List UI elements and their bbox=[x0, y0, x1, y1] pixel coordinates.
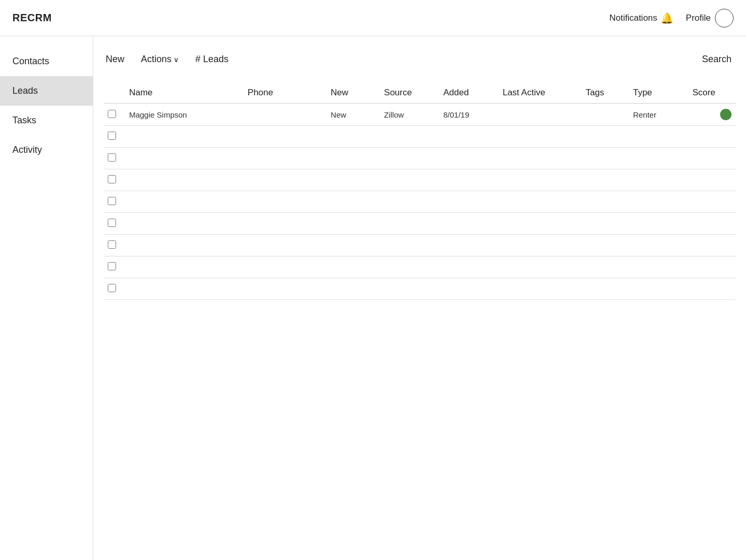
cell-name[interactable]: Maggie Simpson bbox=[125, 104, 243, 126]
cell-score bbox=[688, 104, 736, 126]
table-header-row: Name Phone New Source Added Last Active … bbox=[104, 82, 736, 104]
row-checkbox[interactable] bbox=[108, 240, 116, 249]
bell-icon: 🔔 bbox=[661, 12, 673, 24]
sidebar-item-leads[interactable]: Leads bbox=[0, 76, 93, 106]
cell-tags bbox=[581, 104, 629, 126]
profile-button[interactable]: Profile bbox=[686, 9, 734, 27]
table-row bbox=[104, 235, 736, 256]
table-row: Maggie Simpson New Zillow 8/01/19 Renter bbox=[104, 104, 736, 126]
header-new[interactable]: New bbox=[326, 82, 380, 104]
table-row bbox=[104, 148, 736, 169]
row-checkbox[interactable] bbox=[108, 284, 116, 292]
chevron-down-icon: ∨ bbox=[174, 55, 179, 64]
table-row bbox=[104, 256, 736, 278]
profile-label: Profile bbox=[686, 13, 711, 23]
actions-button[interactable]: Actions ∨ bbox=[133, 52, 187, 67]
header-source[interactable]: Source bbox=[380, 82, 439, 104]
header-type[interactable]: Type bbox=[629, 82, 688, 104]
header-score[interactable]: Score bbox=[688, 82, 736, 104]
header-phone[interactable]: Phone bbox=[243, 82, 326, 104]
table-row bbox=[104, 278, 736, 300]
row-checkbox[interactable] bbox=[108, 197, 116, 205]
leads-table: Name Phone New Source Added Last Active … bbox=[104, 82, 736, 300]
table-row bbox=[104, 126, 736, 148]
header-checkbox-col bbox=[104, 82, 125, 104]
sidebar: Contacts Leads Tasks Activity bbox=[0, 36, 93, 560]
cell-phone bbox=[243, 104, 326, 126]
row-checkbox[interactable] bbox=[108, 110, 116, 118]
score-dot bbox=[720, 109, 731, 120]
table-row bbox=[104, 191, 736, 213]
cell-new: New bbox=[326, 104, 380, 126]
header-name[interactable]: Name bbox=[125, 82, 243, 104]
row-checkbox[interactable] bbox=[108, 262, 116, 270]
header-last-active[interactable]: Last Active bbox=[498, 82, 581, 104]
main-layout: Contacts Leads Tasks Activity New Action… bbox=[0, 36, 746, 560]
cell-type: Renter bbox=[629, 104, 688, 126]
sidebar-item-activity[interactable]: Activity bbox=[0, 135, 93, 165]
new-button[interactable]: New bbox=[104, 52, 133, 67]
cell-added: 8/01/19 bbox=[439, 104, 498, 126]
notifications-label: Notifications bbox=[609, 13, 657, 23]
brand-logo: RECRM bbox=[12, 12, 52, 24]
row-checkbox[interactable] bbox=[108, 219, 116, 227]
row-checkbox[interactable] bbox=[108, 132, 116, 140]
sidebar-item-contacts[interactable]: Contacts bbox=[0, 47, 93, 76]
header-tags[interactable]: Tags bbox=[581, 82, 629, 104]
row-checkbox[interactable] bbox=[108, 153, 116, 162]
notifications-button[interactable]: Notifications 🔔 bbox=[609, 12, 673, 24]
actions-label: Actions bbox=[141, 54, 171, 65]
profile-avatar bbox=[715, 9, 734, 27]
content-area: New Actions ∨ # Leads Search Name Phone … bbox=[93, 36, 746, 560]
table-row bbox=[104, 169, 736, 191]
toolbar: New Actions ∨ # Leads Search bbox=[104, 52, 736, 67]
row-checkbox-cell[interactable] bbox=[104, 104, 125, 126]
leads-count-button[interactable]: # Leads bbox=[187, 52, 237, 67]
cell-source: Zillow bbox=[380, 104, 439, 126]
sidebar-item-tasks[interactable]: Tasks bbox=[0, 106, 93, 135]
table-row bbox=[104, 213, 736, 235]
row-checkbox[interactable] bbox=[108, 175, 116, 183]
nav-right: Notifications 🔔 Profile bbox=[609, 9, 734, 27]
header-added[interactable]: Added bbox=[439, 82, 498, 104]
top-nav: RECRM Notifications 🔔 Profile bbox=[0, 0, 746, 36]
search-button[interactable]: Search bbox=[698, 52, 736, 67]
cell-last-active bbox=[498, 104, 581, 126]
